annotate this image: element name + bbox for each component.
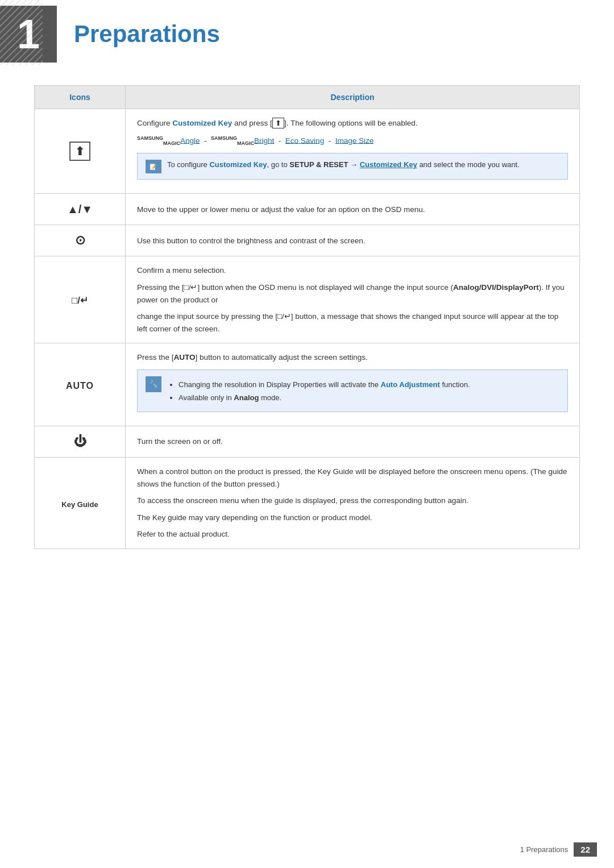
desc-cell-arrows: Move to the upper or lower menu or adjus… [126, 194, 580, 225]
table-row: □/↵ Confirm a menu selection. Pressing t… [35, 256, 580, 343]
icon-cell-upload: ⬆ [35, 109, 126, 194]
footer-breadcrumb: 1 Preparations [520, 845, 569, 854]
note-icon: 📝 [146, 160, 161, 173]
desc-cell-customized: Configure Customized Key and press [⬆]. … [126, 109, 580, 194]
chapter-title: Preparations [57, 6, 237, 63]
table-row: Key Guide When a control button on the p… [35, 457, 580, 549]
icon-cell-keyguide: Key Guide [35, 457, 126, 549]
desc-cell-auto: Press the [AUTO] button to automatically… [126, 343, 580, 426]
icon-cell-auto: AUTO [35, 343, 126, 426]
note-icon-auto: 🔧 [146, 376, 161, 392]
power-icon: ⏻ [74, 434, 86, 448]
desc-cell-keyguide: When a control button on the product is … [126, 457, 580, 549]
circle-icon: ⊙ [75, 233, 85, 247]
image-size-link[interactable]: Image Size [335, 136, 374, 144]
key-guide-icon: Key Guide [61, 500, 98, 509]
table-row: ⊙ Use this button to control the brightn… [35, 225, 580, 256]
customized-key-bold: Customized Key [172, 119, 232, 127]
icons-table: Icons Description ⬆ Configure Customized… [34, 85, 580, 549]
note-box-customized: 📝 To configure Customized Key, go to SET… [137, 153, 568, 180]
auto-icon: AUTO [66, 381, 94, 391]
eco-saving-link[interactable]: Eco Saving [285, 136, 324, 144]
col-description: Description [126, 86, 580, 109]
square-return-icon: □/↵ [72, 295, 88, 306]
table-row: ⬆ Configure Customized Key and press [⬆]… [35, 109, 580, 194]
icon-cell-circle: ⊙ [35, 225, 126, 256]
note-text-customized: To configure Customized Key, go to SETUP… [167, 159, 559, 171]
arrows-icon: ▲/▼ [67, 203, 93, 215]
angle-link[interactable]: Angle [180, 136, 200, 144]
desc-cell-brightness: Use this button to control the brightnes… [126, 225, 580, 256]
note-bullets-auto: Changing the resolution in Display Prope… [167, 376, 559, 406]
icon-cell-power: ⏻ [35, 426, 126, 457]
bright-link[interactable]: Bright [254, 136, 274, 144]
note-box-auto: 🔧 Changing the resolution in Display Pro… [137, 369, 568, 412]
upload-icon: ⬆ [69, 142, 90, 161]
page-number-badge: 22 [574, 842, 597, 857]
main-content: Icons Description ⬆ Configure Customized… [0, 85, 614, 606]
col-icons: Icons [35, 86, 126, 109]
svg-rect-1 [0, 0, 43, 65]
desc-cell-power: Turn the screen on or off. [126, 426, 580, 457]
table-row: ▲/▼ Move to the upper or lower menu or a… [35, 194, 580, 225]
svg-text:📝: 📝 [150, 163, 157, 171]
desc-cell-source: Confirm a menu selection. Pressing the [… [126, 256, 580, 343]
page-footer: 1 Preparations 22 [520, 842, 597, 857]
icon-cell-arrows: ▲/▼ [35, 194, 126, 225]
table-row: ⏻ Turn the screen on or off. [35, 426, 580, 457]
page-header: 1 Preparations [0, 0, 614, 63]
table-row: AUTO Press the [AUTO] button to automati… [35, 343, 580, 426]
icon-cell-square: □/↵ [35, 256, 126, 343]
